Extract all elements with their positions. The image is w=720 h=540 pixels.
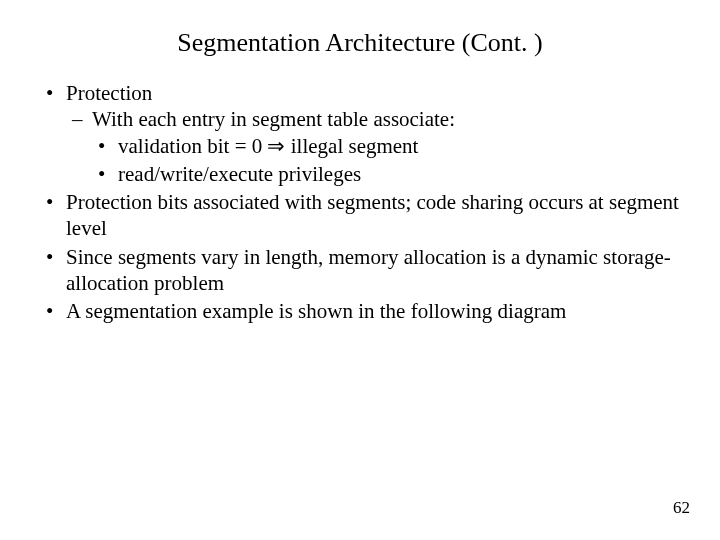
- bullet-list: validation bit = 0 ⇒ illegal segment rea…: [92, 133, 680, 188]
- list-item: read/write/execute privileges: [92, 161, 680, 187]
- list-item: Protection With each entry in segment ta…: [40, 80, 680, 187]
- list-item: validation bit = 0 ⇒ illegal segment: [92, 133, 680, 159]
- bullet-text: validation bit = 0 ⇒ illegal segment: [118, 134, 418, 158]
- slide: Segmentation Architecture (Cont. ) Prote…: [0, 0, 720, 540]
- slide-title: Segmentation Architecture (Cont. ): [0, 0, 720, 68]
- bullet-text: A segmentation example is shown in the f…: [66, 299, 566, 323]
- list-item: A segmentation example is shown in the f…: [40, 298, 680, 324]
- page-number: 62: [673, 498, 690, 518]
- bullet-list: With each entry in segment table associa…: [66, 106, 680, 187]
- bullet-text: Protection bits associated with segments…: [66, 190, 679, 240]
- list-item: Since segments vary in length, memory al…: [40, 244, 680, 297]
- bullet-list: Protection With each entry in segment ta…: [40, 80, 680, 324]
- bullet-text: Since segments vary in length, memory al…: [66, 245, 671, 295]
- list-item: With each entry in segment table associa…: [66, 106, 680, 187]
- bullet-text: Protection: [66, 81, 152, 105]
- slide-body: Protection With each entry in segment ta…: [0, 68, 720, 324]
- bullet-text: read/write/execute privileges: [118, 162, 361, 186]
- list-item: Protection bits associated with segments…: [40, 189, 680, 242]
- bullet-text: With each entry in segment table associa…: [92, 107, 455, 131]
